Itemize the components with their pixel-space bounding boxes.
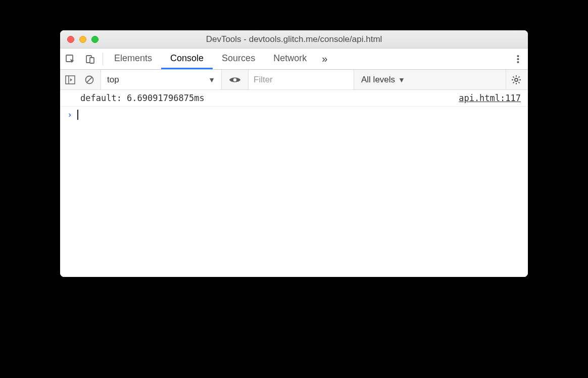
window-title: DevTools - devtools.glitch.me/console/ap… — [60, 34, 528, 44]
svg-line-18 — [513, 82, 514, 83]
tabbar-right — [503, 49, 528, 69]
window-controls — [60, 36, 99, 43]
maximize-window-button[interactable] — [91, 36, 99, 43]
log-message: default: 6.69091796875ms — [80, 93, 205, 103]
log-levels-select[interactable]: All levels ▼ — [357, 75, 409, 85]
tab-elements[interactable]: Elements — [105, 49, 161, 69]
inspect-element-icon[interactable] — [60, 49, 80, 69]
log-source-link[interactable]: api.html:117 — [459, 93, 521, 103]
tab-sources[interactable]: Sources — [213, 49, 264, 69]
prompt-chevron-icon: › — [67, 110, 72, 120]
svg-point-10 — [233, 78, 236, 81]
svg-line-19 — [518, 76, 519, 77]
tab-network[interactable]: Network — [264, 49, 316, 69]
close-window-button[interactable] — [67, 36, 74, 43]
tab-console[interactable]: Console — [161, 49, 213, 69]
live-expression-icon[interactable] — [225, 76, 245, 84]
console-filterbar: top ▼ All levels ▼ — [60, 70, 528, 90]
svg-line-9 — [87, 77, 92, 82]
divider — [103, 53, 103, 65]
more-tabs-button[interactable]: » — [316, 49, 333, 69]
console-settings-icon[interactable] — [506, 70, 526, 89]
filter-input-wrap — [248, 70, 354, 89]
svg-line-17 — [518, 82, 519, 83]
minimize-window-button[interactable] — [79, 36, 86, 43]
log-row: default: 6.69091796875ms api.html:117 — [60, 90, 528, 107]
context-label: top — [107, 75, 119, 85]
console-prompt-row[interactable]: › — [60, 107, 528, 123]
console-sidebar-toggle-icon[interactable] — [62, 75, 78, 84]
svg-line-16 — [513, 76, 514, 77]
svg-point-4 — [517, 58, 519, 60]
levels-label: All levels — [361, 75, 395, 85]
svg-rect-2 — [90, 58, 94, 63]
devtools-tabbar: Elements Console Sources Network » — [60, 49, 528, 70]
clear-console-icon[interactable] — [81, 75, 97, 85]
svg-point-11 — [515, 78, 518, 81]
execution-context-select[interactable]: top ▼ — [101, 70, 222, 89]
filter-input[interactable] — [249, 70, 354, 89]
device-toolbar-icon[interactable] — [80, 49, 101, 69]
devtools-window: DevTools - devtools.glitch.me/console/ap… — [60, 30, 528, 277]
svg-point-3 — [517, 55, 519, 57]
devtools-menu-button[interactable] — [508, 54, 528, 64]
console-output: default: 6.69091796875ms api.html:117 › — [60, 90, 528, 277]
tabs-list: Elements Console Sources Network » — [105, 49, 503, 69]
caret-down-icon: ▼ — [398, 76, 405, 84]
caret-down-icon: ▼ — [208, 76, 215, 84]
svg-point-5 — [517, 61, 519, 63]
text-cursor — [77, 110, 78, 120]
titlebar: DevTools - devtools.glitch.me/console/ap… — [60, 30, 528, 49]
